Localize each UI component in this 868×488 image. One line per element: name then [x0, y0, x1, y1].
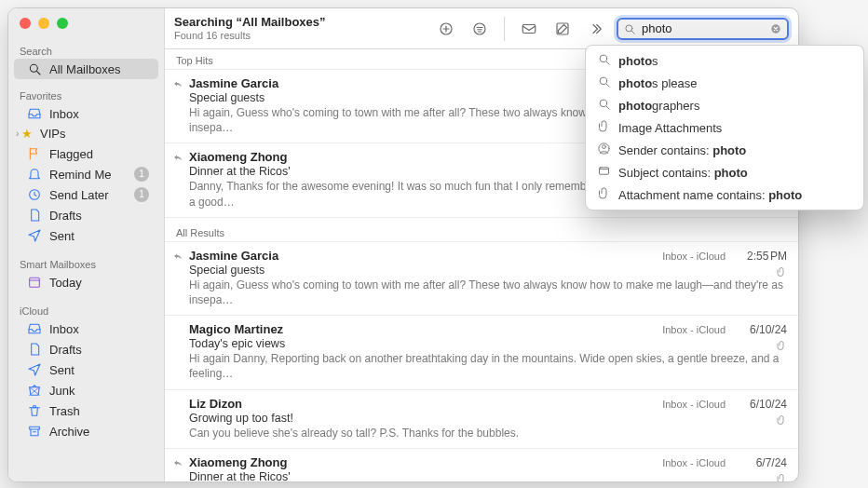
- sidebar-item-label: Flagged: [49, 147, 93, 161]
- svg-line-17: [606, 106, 609, 109]
- clip-icon: [597, 119, 611, 136]
- message-row[interactable]: Liz Dizon Inbox - iCloud 6/10/24 Growing…: [165, 390, 798, 449]
- svg-point-0: [30, 64, 37, 72]
- sidebar-item-label: Sent: [49, 229, 75, 243]
- sidebar-item-label: Drafts: [49, 343, 82, 357]
- document-icon: [27, 342, 42, 357]
- message-row[interactable]: Jasmine Garcia Inbox - iCloud 2:55 PM Sp…: [165, 242, 798, 316]
- attachment-icon: [776, 340, 787, 354]
- message-sender: Magico Martinez: [189, 322, 283, 336]
- sidebar-item-label: VIPs: [40, 127, 65, 141]
- results-count: Found 16 results: [174, 30, 326, 42]
- replied-icon: [172, 251, 183, 264]
- sidebar-item-label: Inbox: [49, 322, 79, 336]
- filter-icon: [471, 20, 488, 37]
- mailboxes-button[interactable]: [516, 18, 542, 40]
- message-sender: Xiaomeng Zhong: [189, 150, 287, 164]
- search-icon: [27, 61, 42, 76]
- sidebar-item-icloud-drafts[interactable]: Drafts: [14, 339, 158, 359]
- envelope-icon: [521, 20, 537, 37]
- sidebar-item-vips[interactable]: › ★ VIPs: [14, 124, 158, 143]
- inbox-icon: [27, 106, 42, 121]
- toolbar: Searching “All Mailboxes” Found 16 resul…: [165, 8, 798, 49]
- search-suggestion[interactable]: photos: [586, 49, 863, 72]
- message-date: 2:55 PM: [733, 250, 787, 263]
- sidebar-item-remind-me[interactable]: Remind Me 1: [14, 164, 158, 184]
- sidebar-item-today[interactable]: Today: [14, 272, 158, 292]
- minimize-window-button[interactable]: [38, 18, 49, 29]
- document-icon: [27, 208, 42, 223]
- svg-rect-20: [600, 168, 609, 175]
- replied-icon: [172, 457, 183, 471]
- message-mailbox: Inbox - iCloud: [662, 251, 726, 262]
- sidebar-item-label: Sent: [49, 363, 75, 377]
- search-suggestion[interactable]: photographers: [586, 94, 863, 116]
- message-subject: Growing up too fast!: [189, 412, 787, 425]
- svg-point-9: [626, 24, 632, 31]
- sidebar-item-icloud-archive[interactable]: Archive: [14, 421, 158, 441]
- message-sender: Jasmine Garcia: [189, 76, 278, 90]
- search-suggestion[interactable]: photos please: [586, 72, 863, 94]
- message-sender: Xiaomeng Zhong: [189, 455, 287, 469]
- sidebar-item-flagged[interactable]: Flagged: [14, 143, 158, 164]
- subject-icon: [597, 164, 611, 181]
- search-field[interactable]: [617, 18, 789, 40]
- message-mailbox: Inbox - iCloud: [662, 399, 726, 410]
- badge-count: 1: [134, 187, 149, 202]
- chevron-double-right-icon: [588, 20, 604, 37]
- search-suggestion[interactable]: Subject contains: photo: [586, 161, 863, 183]
- svg-point-16: [600, 100, 607, 107]
- sidebar-item-send-later[interactable]: Send Later 1: [14, 184, 158, 205]
- suggestion-text: Image Attachments: [618, 121, 722, 135]
- search-icon: [597, 75, 611, 91]
- suggestion-text: photos: [618, 54, 658, 68]
- sidebar-section-favorites: Favorites: [8, 87, 164, 103]
- clear-search-icon[interactable]: [769, 22, 782, 35]
- sidebar-item-icloud-trash[interactable]: Trash: [14, 400, 158, 421]
- message-subject: Today's epic views: [189, 337, 787, 350]
- sidebar-item-icloud-inbox[interactable]: Inbox: [14, 319, 158, 339]
- suggestion-text: Subject contains: photo: [618, 166, 748, 180]
- replied-icon: [172, 78, 183, 92]
- sidebar-item-inbox[interactable]: Inbox: [14, 103, 158, 124]
- message-row[interactable]: Xiaomeng Zhong Inbox - iCloud 6/7/24 Din…: [165, 449, 798, 481]
- svg-line-10: [631, 31, 634, 34]
- message-preview: Hi again, Guess who's coming to town wit…: [189, 278, 787, 307]
- message-subject: Dinner at the Ricos': [189, 470, 787, 481]
- zoom-window-button[interactable]: [57, 18, 68, 29]
- badge-count: 1: [134, 167, 149, 182]
- star-icon: ★: [21, 127, 33, 141]
- message-row[interactable]: Magico Martinez Inbox - iCloud 6/10/24 T…: [165, 316, 798, 389]
- paperplane-icon: [27, 362, 42, 377]
- sidebar-item-label: Remind Me: [49, 168, 111, 182]
- svg-point-18: [603, 145, 606, 149]
- suggestion-text: photographers: [618, 99, 699, 113]
- calendar-icon: [27, 275, 42, 290]
- toolbar-overflow-button[interactable]: [583, 18, 609, 40]
- svg-line-13: [606, 61, 609, 64]
- sidebar: Search All Mailboxes Favorites Inbox › ★…: [8, 8, 165, 481]
- sidebar-item-icloud-sent[interactable]: Sent: [14, 359, 158, 380]
- toolbar-separator: [504, 17, 505, 41]
- compose-button[interactable]: [549, 18, 576, 40]
- sidebar-item-icloud-junk[interactable]: Junk: [14, 380, 158, 400]
- add-button[interactable]: [433, 18, 459, 40]
- message-preview: Hi again Danny, Reporting back on anothe…: [189, 351, 787, 381]
- search-input[interactable]: [640, 20, 766, 36]
- sidebar-item-sent[interactable]: Sent: [14, 225, 158, 246]
- search-icon: [623, 22, 636, 35]
- search-suggestion[interactable]: Attachment name contains: photo: [586, 183, 863, 206]
- search-suggestions-popover: photos photos please photographers Image…: [585, 45, 864, 210]
- attachment-icon: [776, 473, 787, 481]
- close-window-button[interactable]: [20, 18, 31, 29]
- archive-icon: [27, 424, 42, 439]
- message-subject: Special guests: [189, 264, 787, 277]
- search-suggestion[interactable]: Sender contains: photo: [586, 139, 863, 161]
- sidebar-item-all-mailboxes[interactable]: All Mailboxes: [14, 59, 158, 79]
- filter-button[interactable]: [467, 18, 493, 40]
- paperplane-icon: [27, 228, 42, 243]
- chevron-right-icon[interactable]: ›: [16, 129, 19, 139]
- flag-icon: [27, 146, 42, 161]
- search-suggestion[interactable]: Image Attachments: [586, 116, 863, 139]
- sidebar-item-drafts[interactable]: Drafts: [14, 205, 158, 225]
